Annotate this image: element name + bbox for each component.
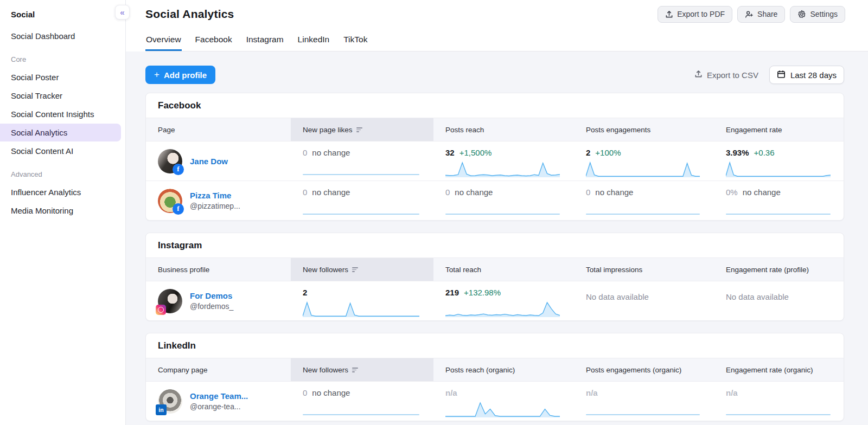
metric-cell: 0 no change <box>574 181 714 220</box>
avatar: f <box>158 149 182 173</box>
metric-cell: 0 no change <box>291 382 433 421</box>
date-range-button[interactable]: Last 28 days <box>769 66 844 84</box>
tab-facebook[interactable]: Facebook <box>195 31 233 51</box>
table-header: Business profile New followers Total rea… <box>146 257 844 281</box>
sidebar: « Social Social Dashboard Core Social Po… <box>0 0 126 425</box>
metric-cell: 0 no change <box>291 141 433 181</box>
add-profile-button[interactable]: + Add profile <box>145 66 215 84</box>
share-button[interactable]: Share <box>737 6 785 23</box>
column-header-engagement-rate-profile[interactable]: Engagement rate (profile) <box>714 258 844 281</box>
settings-button[interactable]: Settings <box>790 6 845 23</box>
sidebar-item-social-content-ai[interactable]: Social Content AI <box>0 142 121 160</box>
tab-tiktok[interactable]: TikTok <box>343 31 368 51</box>
sidebar-item-social-dashboard[interactable]: Social Dashboard <box>0 27 121 45</box>
profile-name-link[interactable]: Pizza Time <box>190 191 240 200</box>
tab-instagram[interactable]: Instagram <box>246 31 284 51</box>
no-data-label: No data available <box>586 288 702 301</box>
metric-value: n/a <box>726 388 738 397</box>
profile-name-link[interactable]: Orange Team... <box>190 391 248 401</box>
fordemos-total-reach-sparkline <box>445 301 560 317</box>
column-header-total-impressions[interactable]: Total impressions <box>574 258 714 281</box>
no-data-label: No data available <box>726 288 833 301</box>
sidebar-item-social-tracker[interactable]: Social Tracker <box>0 87 121 105</box>
sort-icon <box>352 368 358 372</box>
export-to-pdf-button[interactable]: Export to PDF <box>658 6 732 23</box>
column-header-label: Total impressions <box>586 266 642 274</box>
metric-change: +132.98% <box>464 288 501 297</box>
metric-value: 32 <box>445 148 455 157</box>
fordemos-new-followers-sparkline <box>303 301 419 317</box>
orange-posts-reach-sparkline <box>445 401 560 417</box>
sidebar-title: Social <box>0 8 125 27</box>
profile-handle: @orange-tea... <box>190 402 248 411</box>
column-header-new-page-likes[interactable]: New page likes <box>291 118 433 141</box>
metric-value: n/a <box>586 388 598 397</box>
metric-change: no change <box>312 188 350 197</box>
content-area: + Add profile Export to CSV <box>126 51 868 425</box>
profile-name-link[interactable]: Jane Dow <box>190 157 228 166</box>
metric-value: 0 <box>303 188 307 197</box>
column-header-label: Company page <box>158 366 208 374</box>
metric-change: no change <box>312 388 350 397</box>
header-actions: Export to PDF Share Settings <box>658 6 845 23</box>
column-header-label: Page <box>158 126 175 134</box>
column-header-page[interactable]: Page <box>146 118 291 141</box>
metric-cell: n/a <box>433 382 574 421</box>
sidebar-collapse-button[interactable]: « <box>115 5 130 20</box>
calendar-icon <box>777 70 786 80</box>
facebook-badge-icon: f <box>173 164 184 175</box>
main-area: Social Analytics Export to PDF Share Set… <box>126 0 868 425</box>
profile-name-link[interactable]: For Demos <box>190 291 233 300</box>
flat-trend-line <box>303 414 419 415</box>
flat-trend-line <box>445 214 560 215</box>
column-header-posts-reach-organic[interactable]: Posts reach (organic) <box>433 358 574 381</box>
metric-value: n/a <box>445 388 457 397</box>
column-header-posts-engagements[interactable]: Posts engagements <box>574 118 714 141</box>
metric-cell: n/a <box>574 382 714 421</box>
table-header: Page New page likes Posts reach Posts en… <box>146 118 844 141</box>
metric-cell: 219 +132.98% <box>433 281 574 320</box>
avatar <box>158 289 182 313</box>
instagram-card: Instagram Business profile New followers… <box>145 233 844 321</box>
column-header-new-followers[interactable]: New followers <box>291 258 433 281</box>
column-header-business-profile[interactable]: Business profile <box>146 258 291 281</box>
flat-trend-line <box>586 414 700 415</box>
metric-change: +0.36 <box>754 148 775 157</box>
column-header-label: Business profile <box>158 266 209 274</box>
metric-value: 0% <box>726 188 738 197</box>
column-header-engagement-rate-organic[interactable]: Engagement rate (organic) <box>714 358 844 381</box>
tab-overview[interactable]: Overview <box>145 31 182 51</box>
column-header-company-page[interactable]: Company page <box>146 358 291 381</box>
column-header-engagement-rate[interactable]: Engagement rate <box>714 118 844 141</box>
sidebar-item-media-monitoring[interactable]: Media Monitoring <box>0 202 121 220</box>
avatar: in <box>158 389 182 414</box>
metric-cell: n/a <box>714 382 844 421</box>
metric-change: +1,500% <box>459 148 492 157</box>
flat-trend-line <box>303 174 419 175</box>
sidebar-item-social-content-insights[interactable]: Social Content Insights <box>0 105 121 123</box>
metric-value: 219 <box>445 288 459 297</box>
sidebar-item-social-analytics[interactable]: Social Analytics <box>0 124 121 141</box>
metric-value: 0 <box>586 188 590 197</box>
sidebar-item-social-poster[interactable]: Social Poster <box>0 68 121 86</box>
column-header-label: New page likes <box>303 126 353 134</box>
metric-cell: 0 no change <box>433 181 574 220</box>
metric-cell: No data available <box>714 281 844 320</box>
column-header-posts-engagements-organic[interactable]: Posts engagements (organic) <box>574 358 714 381</box>
export-csv-button[interactable]: Export to CSV <box>694 70 758 80</box>
linkedin-card: LinkedIn Company page New followers Post… <box>145 333 844 421</box>
jane-posts-engagements-sparkline <box>586 161 700 177</box>
column-header-new-followers[interactable]: New followers <box>291 358 433 381</box>
sidebar-nav: Social Dashboard Core Social PosterSocia… <box>0 27 125 220</box>
column-header-posts-reach[interactable]: Posts reach <box>433 118 574 141</box>
avatar: f <box>158 189 182 213</box>
tab-linkedin[interactable]: LinkedIn <box>297 31 330 51</box>
linkedin-badge-icon: in <box>156 404 167 415</box>
column-header-label: Posts reach <box>445 126 484 134</box>
profile-cell: f Jane Dow <box>146 141 291 181</box>
sidebar-item-influencer-analytics[interactable]: Influencer Analytics <box>0 183 121 201</box>
page-title: Social Analytics <box>145 8 234 21</box>
export-csv-label: Export to CSV <box>707 70 758 80</box>
metric-cell: 2 <box>291 281 433 320</box>
column-header-total-reach[interactable]: Total reach <box>433 258 574 281</box>
